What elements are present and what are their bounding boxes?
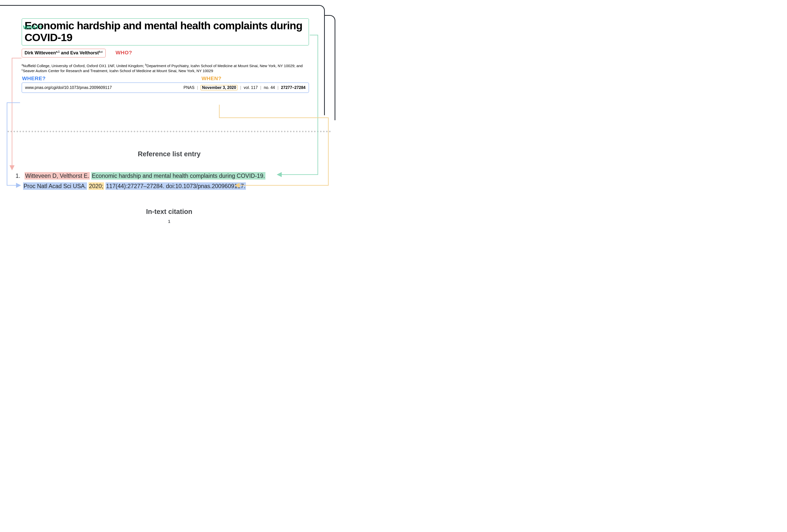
publication-date: November 3, 2020 [202, 85, 236, 90]
label-when: WHEN? [201, 75, 221, 82]
ref-locator-highlight: 117(44):27277–27284. doi:10.1073/pnas.20… [106, 182, 246, 190]
reference-number: 1. [16, 171, 23, 181]
separator: | [194, 85, 200, 90]
paper-card-front: WHAT? Economic hardship and mental healt… [0, 5, 325, 115]
page-number: 1 [0, 219, 338, 224]
authors-highlight-box: Dirk Witteveena,1 and Eva Velthorstb,c [22, 49, 106, 58]
label-where: WHERE? [22, 75, 46, 82]
ref-title-highlight: Economic hardship and mental health comp… [91, 172, 265, 180]
title-highlight-box: WHAT? Economic hardship and mental healt… [22, 18, 309, 46]
issue: no. 44 [264, 85, 275, 90]
page-range: 27277–27284 [281, 85, 305, 90]
label-who: WHO? [115, 50, 132, 56]
label-what: WHAT? [23, 24, 42, 30]
paper-title: Economic hardship and mental health comp… [25, 20, 306, 44]
ref-year-highlight: 2020; [88, 182, 104, 190]
citation-diagram: WHAT? Economic hardship and mental healt… [0, 0, 338, 230]
heading-intext-citation: In-text citation [0, 208, 338, 216]
ref-authors-highlight: Witteveen D, Velthorst E. [25, 172, 90, 180]
affiliations: aNuffield College, University of Oxford,… [22, 63, 309, 73]
volume: vol. 117 [243, 85, 258, 90]
date-highlight-box: November 3, 2020 [200, 85, 238, 90]
publication-meta: PNAS | November 3, 2020 | vol. 117 | no.… [184, 85, 305, 90]
separator: | [238, 85, 243, 90]
publication-info-box: WHERE? WHEN? www.pnas.org/cgi/doi/10.107… [22, 82, 309, 93]
divider-dotted [7, 131, 331, 132]
journal-name: PNAS [184, 85, 194, 90]
doi-url: www.pnas.org/cgi/doi/10.1073/pnas.200960… [25, 85, 112, 90]
separator: | [258, 85, 264, 90]
separator: | [275, 85, 281, 90]
author-row: Dirk Witteveena,1 and Eva Velthorstb,c W… [22, 49, 309, 58]
heading-reference-list: Reference list entry [0, 150, 338, 158]
reference-entry: 1. Witteveen D, Velthorst E. Economic ha… [16, 171, 323, 192]
ref-journal-highlight: Proc Natl Acad Sci USA. [23, 182, 87, 190]
